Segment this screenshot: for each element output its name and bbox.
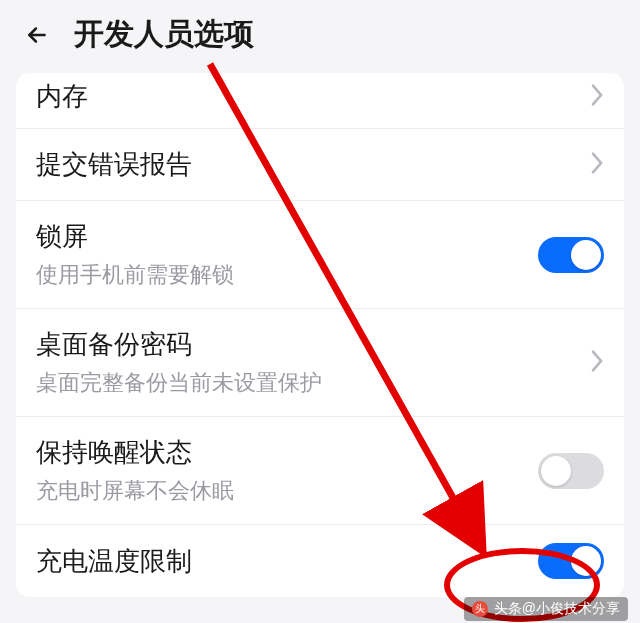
row-charge-temp-limit[interactable]: 充电温度限制 xyxy=(16,525,624,597)
stay-awake-toggle[interactable] xyxy=(538,453,604,489)
row-title: 内存 xyxy=(36,79,88,114)
watermark-icon: 头 xyxy=(472,601,488,617)
row-title: 充电温度限制 xyxy=(36,544,192,579)
header: 开发人员选项 xyxy=(0,0,640,65)
charge-temp-toggle[interactable] xyxy=(538,543,604,579)
back-icon[interactable] xyxy=(20,18,54,52)
row-stay-awake[interactable]: 保持唤醒状态 充电时屏幕不会休眠 xyxy=(16,417,624,525)
watermark: 头 头条@小俊技术分享 xyxy=(464,597,628,621)
row-title: 桌面备份密码 xyxy=(36,327,322,362)
chevron-right-icon xyxy=(590,349,604,377)
row-subtitle: 桌面完整备份当前未设置保护 xyxy=(36,368,322,398)
row-lock-screen[interactable]: 锁屏 使用手机前需要解锁 xyxy=(16,201,624,309)
lock-screen-toggle[interactable] xyxy=(538,237,604,273)
row-subtitle: 充电时屏幕不会休眠 xyxy=(36,476,234,506)
settings-list: 内存 提交错误报告 锁屏 使用手机前需要解锁 桌面备份密码 桌面完整备份当前未设… xyxy=(16,73,624,597)
page-title: 开发人员选项 xyxy=(74,14,254,55)
watermark-text: 头条@小俊技术分享 xyxy=(494,600,620,618)
row-bug-report[interactable]: 提交错误报告 xyxy=(16,129,624,201)
row-title: 保持唤醒状态 xyxy=(36,435,234,470)
row-backup-password[interactable]: 桌面备份密码 桌面完整备份当前未设置保护 xyxy=(16,309,624,417)
chevron-right-icon xyxy=(590,151,604,179)
chevron-right-icon xyxy=(590,83,604,111)
row-memory[interactable]: 内存 xyxy=(16,73,624,129)
row-title: 提交错误报告 xyxy=(36,147,192,182)
row-subtitle: 使用手机前需要解锁 xyxy=(36,260,234,290)
row-title: 锁屏 xyxy=(36,219,234,254)
